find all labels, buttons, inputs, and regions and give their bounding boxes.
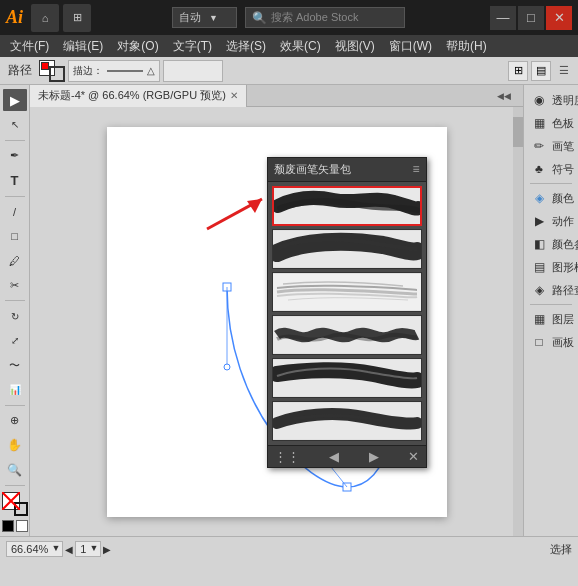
red-arrow-indicator: [187, 179, 277, 239]
panel-collapse[interactable]: ◀◀: [497, 85, 511, 107]
title-middle: 自动 ▼ 🔍 搜索 Adobe Stock: [95, 7, 482, 28]
eyedropper-tool[interactable]: ⊕: [3, 410, 27, 432]
zoom-tool[interactable]: 🔍: [3, 459, 27, 481]
document-canvas[interactable]: 颓废画笔矢量包 ≡: [107, 127, 447, 517]
right-panel: ◉ 透明度 ▦ 色板 ✏ 画笔 ♣ 符号 ◈ 颜色 ▶ 动作 ◧ 颜色参考 ▤: [523, 85, 578, 536]
rotate-tool[interactable]: ↻: [3, 305, 27, 327]
panel-item-transparency[interactable]: ◉ 透明度: [526, 89, 576, 111]
brush-stroke-svg-3: [273, 274, 421, 310]
brush-item-4[interactable]: [272, 315, 422, 355]
panel-item-symbols[interactable]: ♣ 符号: [526, 158, 576, 180]
prev-page-button[interactable]: ◀: [65, 544, 73, 555]
tab-close-button[interactable]: ✕: [230, 90, 238, 101]
brush-panel-menu-icon[interactable]: ≡: [412, 162, 419, 176]
panel-item-actions[interactable]: ▶ 动作: [526, 210, 576, 232]
toolbar-right-icons: ⊞ ▤ ☰: [508, 61, 574, 81]
brush-panel: 颓废画笔矢量包 ≡: [267, 157, 427, 468]
graph-tool[interactable]: 📊: [3, 378, 27, 400]
search-box[interactable]: 🔍 搜索 Adobe Stock: [245, 7, 405, 28]
brush-library-icon[interactable]: ⋮⋮: [274, 449, 300, 464]
brush-next-icon[interactable]: ▶: [369, 449, 379, 464]
menu-edit[interactable]: 编辑(E): [57, 36, 109, 57]
maximize-button[interactable]: □: [518, 6, 544, 30]
text-tool[interactable]: T: [3, 169, 27, 191]
brush-list: [268, 182, 426, 445]
pen-tool[interactable]: ✒: [3, 145, 27, 167]
panel-item-graphic-styles[interactable]: ▤ 图形样式: [526, 256, 576, 278]
brush-item-3[interactable]: [272, 272, 422, 312]
zoom-dropdown[interactable]: 66.64% ▼: [6, 541, 63, 557]
brush-prev-icon[interactable]: ◀: [329, 449, 339, 464]
vertical-scrollbar[interactable]: [513, 107, 523, 536]
brush-stroke-svg-5: [273, 360, 421, 396]
direct-select-tool[interactable]: ↖: [3, 113, 27, 135]
menu-bar: 文件(F) 编辑(E) 对象(O) 文字(T) 选择(S) 效果(C) 视图(V…: [0, 35, 578, 57]
grid-icon[interactable]: ⊞: [508, 61, 528, 81]
select-tool[interactable]: ▶: [3, 89, 27, 111]
menu-expand-icon[interactable]: ☰: [554, 61, 574, 81]
main-area: ▶ ↖ ✒ T / □ 🖊 ✂ ↻ ⤢ 〜 📊 ⊕ ✋ 🔍: [0, 85, 578, 536]
menu-effect[interactable]: 效果(C): [274, 36, 327, 57]
panel-item-swatches[interactable]: ▦ 色板: [526, 112, 576, 134]
line-tool[interactable]: /: [3, 201, 27, 223]
menu-file[interactable]: 文件(F): [4, 36, 55, 57]
panel-item-artboards[interactable]: □ 画板: [526, 331, 576, 353]
panel-item-color[interactable]: ◈ 颜色: [526, 187, 576, 209]
actions-icon: ▶: [530, 212, 548, 230]
panel-item-color-guide[interactable]: ◧ 颜色参考: [526, 233, 576, 255]
menu-window[interactable]: 窗口(W): [383, 36, 438, 57]
page-dropdown[interactable]: 1 ▼: [75, 541, 101, 557]
brush-item-2[interactable]: [272, 229, 422, 269]
panel-item-layers[interactable]: ▦ 图层: [526, 308, 576, 330]
transparency-icon: ◉: [530, 91, 548, 109]
hand-tool[interactable]: ✋: [3, 434, 27, 456]
brush-item-1[interactable]: [272, 186, 422, 226]
arrangement-dropdown[interactable]: 自动 ▼: [172, 7, 237, 28]
symbols-icon: ♣: [530, 160, 548, 178]
path-label: 路径: [4, 62, 36, 79]
menu-view[interactable]: 视图(V): [329, 36, 381, 57]
color-mode-icons: [2, 520, 28, 532]
panel-separator-1: [530, 183, 572, 184]
close-button[interactable]: ✕: [546, 6, 572, 30]
brush-item-6[interactable]: [272, 401, 422, 441]
panel-item-brush[interactable]: ✏ 画笔: [526, 135, 576, 157]
panel-separator-2: [530, 304, 572, 305]
options-toolbar: 路径 描边： △ ⊞ ▤ ☰: [0, 57, 578, 85]
menu-help[interactable]: 帮助(H): [440, 36, 493, 57]
brush-tool[interactable]: 🖊: [3, 249, 27, 271]
fill-stroke-swatch[interactable]: [39, 60, 65, 82]
svg-point-8: [224, 364, 230, 370]
scale-tool[interactable]: ⤢: [3, 330, 27, 352]
stroke-weight-input[interactable]: [163, 60, 223, 82]
scissors-tool[interactable]: ✂: [3, 274, 27, 296]
workspace-icon[interactable]: ⊞: [63, 4, 91, 32]
menu-object[interactable]: 对象(O): [111, 36, 164, 57]
rect-tool[interactable]: □: [3, 225, 27, 247]
home-icon[interactable]: ⌂: [31, 4, 59, 32]
brush-icon: ✏: [530, 137, 548, 155]
brush-panel-title: 颓废画笔矢量包: [274, 162, 351, 177]
brush-panel-header: 颓废画笔矢量包 ≡: [268, 158, 426, 182]
fill-stroke-swatches[interactable]: [2, 492, 28, 516]
brush-item-5[interactable]: [272, 358, 422, 398]
menu-select[interactable]: 选择(S): [220, 36, 272, 57]
swatches-icon: ▦: [530, 114, 548, 132]
brush-stroke-svg-6: [273, 403, 421, 439]
next-page-button[interactable]: ▶: [103, 544, 111, 555]
minimize-button[interactable]: —: [490, 6, 516, 30]
arrange-icon[interactable]: ▤: [531, 61, 551, 81]
brush-delete-icon[interactable]: ✕: [408, 449, 419, 464]
warp-tool[interactable]: 〜: [3, 354, 27, 376]
panel-item-pathfinder[interactable]: ◈ 路径查...: [526, 279, 576, 301]
white-swatch[interactable]: [16, 520, 28, 532]
document-tab[interactable]: 未标题-4* @ 66.64% (RGB/GPU 预览) ✕: [30, 85, 247, 107]
stroke-indicator[interactable]: 描边： △: [68, 60, 160, 82]
black-swatch[interactable]: [2, 520, 14, 532]
brush-stroke-svg-4: [273, 317, 421, 353]
artboards-icon: □: [530, 333, 548, 351]
menu-text[interactable]: 文字(T): [167, 36, 218, 57]
layers-icon: ▦: [530, 310, 548, 328]
status-right-label: 选择: [550, 542, 572, 557]
pathfinder-icon: ◈: [530, 281, 548, 299]
